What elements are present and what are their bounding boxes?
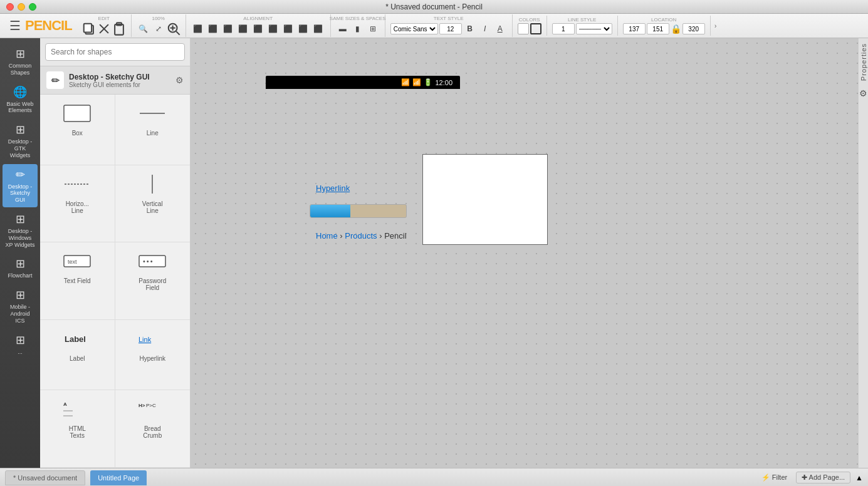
paste-button[interactable] bbox=[112, 22, 126, 36]
collection-desc: Sketchy GUI elements for bbox=[69, 81, 150, 88]
same-sizes-label: SAME SIZES & SPACES bbox=[330, 16, 386, 21]
sidebar-item-common-shapes[interactable]: ⊞ Common Shapes bbox=[3, 43, 38, 80]
sidebar-item-more[interactable]: ⊞ ... bbox=[3, 329, 38, 359]
breadcrumb-home[interactable]: Home bbox=[316, 231, 338, 240]
hline-preview bbox=[58, 172, 96, 197]
svg-line-7 bbox=[176, 31, 180, 35]
align-left-button[interactable]: ⬛ bbox=[191, 22, 205, 36]
desktop-sketchy-icon: ✏ bbox=[16, 168, 25, 182]
toolbar-expand-button[interactable]: › bbox=[711, 19, 721, 33]
label-preview: Label bbox=[58, 326, 96, 351]
zoom-label: 100% bbox=[152, 16, 164, 21]
sidebar-desktop-sketchy-label: Desktop - Sketchy GUI bbox=[5, 184, 35, 204]
canvas-area[interactable]: 📶 📶 🔋 12:00 Hyperlink Home › Products › … bbox=[191, 38, 858, 468]
shapes-search-input[interactable] bbox=[45, 43, 185, 61]
hyperlink-label: Hyperlink bbox=[139, 355, 165, 362]
breadcrumb-sep1: › bbox=[340, 231, 342, 240]
properties-label[interactable]: Properties bbox=[860, 43, 867, 81]
distribute-v-button[interactable]: ⬛ bbox=[296, 22, 310, 36]
shape-item-line[interactable]: Line bbox=[115, 95, 191, 165]
zoom-out-button[interactable]: 🔍 bbox=[137, 22, 150, 36]
shape-item-breadcrumb[interactable]: H> P> C BreadCrumb bbox=[115, 390, 191, 468]
document-tab[interactable]: * Unsaved document bbox=[5, 470, 85, 485]
fit-button[interactable]: ⤢ bbox=[152, 22, 165, 36]
sidebar-item-flowchart[interactable]: ⊞ Flowchart bbox=[3, 253, 38, 283]
expand-icon[interactable]: ▲ bbox=[855, 473, 863, 482]
canvas-hyperlink[interactable]: Hyperlink bbox=[316, 182, 350, 194]
vertical-line-label: VerticalLine bbox=[142, 200, 163, 214]
underline-button[interactable]: A bbox=[493, 22, 507, 36]
w-input[interactable] bbox=[682, 23, 705, 34]
shapes-grid: Box Line Horizo...Line bbox=[40, 95, 190, 468]
svg-text:text: text bbox=[68, 259, 77, 265]
same-sizes-section: SAME SIZES & SPACES ▬ ▮ ⊞ bbox=[331, 14, 385, 37]
line-style-section: LINE STYLE ───── bbox=[547, 16, 618, 36]
align-middle-button[interactable]: ⬛ bbox=[251, 22, 265, 36]
same-width-button[interactable]: ▬ bbox=[336, 22, 350, 36]
add-page-button[interactable]: ✚ Add Page... bbox=[796, 472, 850, 483]
canvas-rectangle[interactable] bbox=[422, 154, 548, 245]
copy-button[interactable] bbox=[82, 22, 96, 36]
shape-item-box[interactable]: Box bbox=[40, 95, 115, 165]
properties-settings-icon[interactable]: ⚙ bbox=[859, 88, 867, 98]
sidebar-item-mobile-android[interactable]: ⊞ Mobile - Android ICS bbox=[3, 284, 38, 328]
collection-settings-icon[interactable]: ⚙ bbox=[175, 75, 184, 85]
page-tab[interactable]: Untitled Page bbox=[90, 470, 147, 485]
italic-button[interactable]: I bbox=[478, 22, 492, 36]
maximize-button[interactable] bbox=[29, 3, 36, 11]
window-controls[interactable] bbox=[6, 3, 36, 11]
desktop-gtk-icon: ⊞ bbox=[16, 123, 25, 137]
lock-icon[interactable]: 🔒 bbox=[671, 24, 681, 34]
status-icons: 📶 📶 🔋 12:00 bbox=[401, 78, 452, 86]
shape-item-password-field[interactable]: ••• PasswordField bbox=[115, 242, 191, 320]
cut-button[interactable] bbox=[97, 22, 111, 36]
line-width-input[interactable] bbox=[552, 23, 575, 34]
flowchart-icon: ⊞ bbox=[16, 257, 25, 271]
same-size-button[interactable]: ⊞ bbox=[366, 22, 380, 36]
x-input[interactable] bbox=[623, 23, 646, 34]
zoom-in-button[interactable] bbox=[167, 22, 180, 36]
shape-item-vertical-line[interactable]: VerticalLine bbox=[115, 165, 191, 243]
shape-item-hyperlink[interactable]: Link Hyperlink bbox=[115, 320, 191, 391]
sidebar-item-desktop-sketchy[interactable]: ✏ Desktop - Sketchy GUI bbox=[3, 164, 38, 207]
close-button[interactable] bbox=[6, 3, 14, 11]
same-height-button[interactable]: ▮ bbox=[351, 22, 365, 36]
anchor-button[interactable]: ⬛ bbox=[311, 22, 325, 36]
stroke-color-swatch[interactable] bbox=[530, 23, 541, 34]
desktop-windows-icon: ⊞ bbox=[16, 212, 25, 226]
line-style-label: LINE STYLE bbox=[568, 17, 596, 23]
bold-button[interactable]: B bbox=[463, 22, 477, 36]
zoom-section: 100% 🔍 ⤢ bbox=[132, 14, 186, 37]
y-input[interactable] bbox=[647, 23, 669, 34]
sidebar-item-desktop-gtk[interactable]: ⊞ Desktop - GTK Widgets bbox=[3, 119, 38, 162]
hyperlink-text[interactable]: Hyperlink bbox=[316, 184, 350, 193]
sidebar-item-basic-web[interactable]: 🌐 Basic Web Elements bbox=[3, 81, 38, 118]
shape-item-horizontal-line[interactable]: Horizo...Line bbox=[40, 165, 115, 243]
filter-button[interactable]: ⚡ Filter bbox=[758, 472, 792, 483]
svg-text:P>: P> bbox=[146, 403, 152, 408]
sidebar-more-label: ... bbox=[18, 349, 23, 356]
align-bottom-button[interactable]: ⬛ bbox=[266, 22, 280, 36]
svg-text:═══: ═══ bbox=[63, 413, 73, 418]
shapes-panel: ✏ Desktop - Sketchy GUI Sketchy GUI elem… bbox=[40, 38, 191, 468]
svg-text:C: C bbox=[152, 403, 156, 408]
menu-button[interactable]: ☰ bbox=[5, 16, 25, 36]
shape-item-text-field[interactable]: text Text Field bbox=[40, 242, 115, 320]
sidebar-item-desktop-windows[interactable]: ⊞ Desktop - Windows XP Widgets bbox=[3, 209, 38, 252]
align-top-button[interactable]: ⬛ bbox=[236, 22, 250, 36]
breadcrumb-products[interactable]: Products bbox=[345, 231, 377, 240]
window-title: * Unsaved document - Pencil bbox=[385, 3, 483, 11]
shape-item-label[interactable]: Label Label bbox=[40, 320, 115, 391]
align-right-button[interactable]: ⬛ bbox=[221, 22, 235, 36]
shape-item-html-texts[interactable]: A ═══ ═══ HTMLTexts bbox=[40, 390, 115, 468]
shapes-collection-header: ✏ Desktop - Sketchy GUI Sketchy GUI elem… bbox=[40, 66, 190, 95]
sidebar-common-shapes-label: Common Shapes bbox=[5, 63, 35, 76]
font-size-input[interactable] bbox=[439, 23, 462, 34]
distribute-h-button[interactable]: ⬛ bbox=[281, 22, 295, 36]
fill-color-swatch[interactable] bbox=[518, 23, 529, 34]
minimize-button[interactable] bbox=[18, 3, 25, 11]
font-select[interactable]: Comic Sans bbox=[390, 23, 438, 34]
line-style-select[interactable]: ───── bbox=[576, 23, 612, 34]
alignment-label: ALIGNMENT bbox=[243, 16, 273, 21]
align-center-h-button[interactable]: ⬛ bbox=[206, 22, 220, 36]
